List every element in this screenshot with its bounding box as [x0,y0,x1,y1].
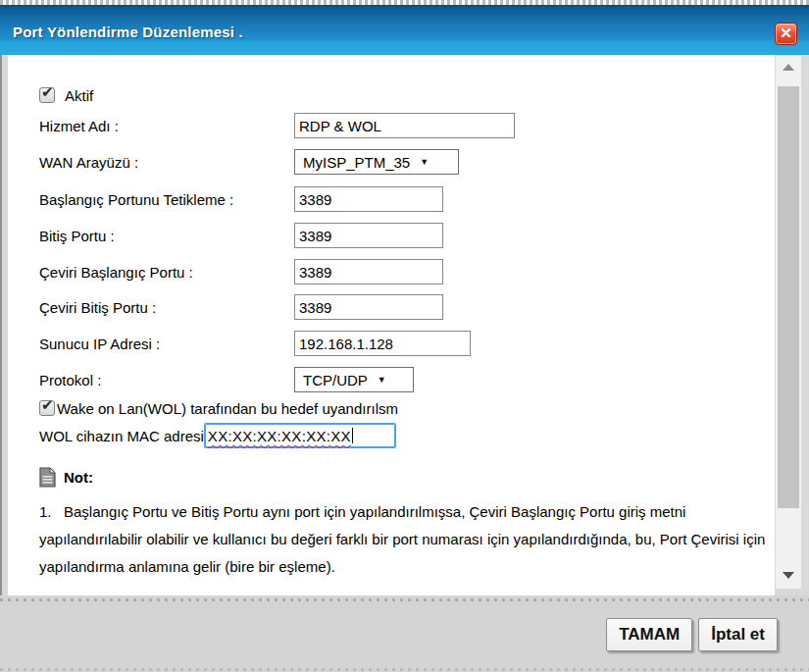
wol-mac-value: XX:XX:XX:XX:XX:XX [208,428,351,444]
note-text: 1. Başlangıç Portu ve Bitiş Portu aynı p… [39,498,773,581]
wol-mac-input[interactable]: XX:XX:XX:XX:XX:XX [204,423,396,448]
translation-end-port-input[interactable]: 3389 [294,294,443,320]
wol-mac-row: WOL cihazın MAC adresi XX:XX:XX:XX:XX:XX [39,423,396,448]
wan-interface-row: WAN Arayüzü : MyISP_PTM_35 ▼ [39,149,459,175]
scroll-down-icon[interactable] [783,572,794,579]
dialog-titlebar: Port Yönlendirme Düzenlemesi . ✕ [0,5,809,55]
close-icon[interactable]: ✕ [775,23,797,45]
trigger-start-port-row: Başlangıç Portunu Tetikleme : 3389 [39,186,443,212]
chevron-down-icon: ▼ [378,375,386,385]
aktif-label: Aktif [65,87,93,104]
server-ip-label: Sunucu IP Adresi : [39,336,294,352]
wol-checkbox-label: Wake on Lan(WOL) tarafından bu hedef uya… [57,400,398,417]
dialog-body: ✔ Aktif Hizmet Adı : RDP & WOL WAN Arayü… [0,55,809,595]
wan-interface-select[interactable]: MyISP_PTM_35 ▼ [294,149,459,175]
bottom-dotted-edge [0,668,809,671]
protocol-label: Protokol : [39,372,294,388]
protocol-value: TCP/UDP [303,372,368,388]
scrollbar[interactable] [776,56,801,589]
checkmark-icon: ✔ [41,396,54,414]
scrollbar-thumb[interactable] [778,86,799,508]
dialog-footer: TAMAM İptal et [0,601,809,668]
service-name-label: Hizmet Adı : [39,118,294,134]
translation-end-port-row: Çeviri Bitiş Portu : 3389 [39,294,443,320]
wol-checkbox[interactable]: ✔ [39,400,55,416]
service-name-row: Hizmet Adı : RDP & WOL [39,113,515,138]
scroll-content-panel: ✔ Aktif Hizmet Adı : RDP & WOL WAN Arayü… [8,55,775,595]
wan-interface-label: WAN Arayüzü : [39,154,294,171]
translation-start-port-label: Çeviri Başlangıç Portu : [39,264,294,281]
wol-checkbox-row: ✔ Wake on Lan(WOL) tarafından bu hedef u… [39,395,398,421]
note-document-icon [39,467,56,488]
aktif-checkbox[interactable]: ✔ [39,87,55,103]
cancel-button[interactable]: İptal et [698,618,778,651]
protocol-row: Protokol : TCP/UDP ▼ [39,367,414,392]
translation-start-port-input[interactable]: 3389 [294,259,443,284]
text-caret [352,428,353,443]
scroll-up-icon[interactable] [783,64,794,71]
note-heading: Not: [64,469,93,486]
aktif-row: ✔ Aktif [39,82,93,108]
trigger-start-port-label: Başlangıç Portunu Tetikleme : [39,191,294,208]
port-forwarding-edit-dialog: Port Yönlendirme Düzenlemesi . ✕ ✔ Aktif… [0,0,809,672]
dialog-title: Port Yönlendirme Düzenlemesi . [13,24,243,40]
footer-buttons: TAMAM İptal et [606,618,778,651]
translation-end-port-label: Çeviri Bitiş Portu : [39,299,294,316]
wol-mac-label: WOL cihazın MAC adresi [39,428,204,444]
trigger-start-port-input[interactable]: 3389 [294,186,443,212]
protocol-select[interactable]: TCP/UDP ▼ [294,367,414,392]
server-ip-row: Sunucu IP Adresi : 192.168.1.128 [39,331,471,356]
wan-interface-value: MyISP_PTM_35 [303,154,410,171]
end-port-label: Bitiş Portu : [39,228,294,244]
translation-start-port-row: Çeviri Başlangıç Portu : 3389 [39,259,443,284]
ok-button[interactable]: TAMAM [606,618,692,651]
service-name-input[interactable]: RDP & WOL [294,113,515,138]
end-port-input[interactable]: 3389 [294,223,443,248]
end-port-row: Bitiş Portu : 3389 [39,223,443,248]
server-ip-input[interactable]: 192.168.1.128 [294,331,471,356]
note-heading-row: Not: [39,467,93,488]
chevron-down-icon: ▼ [420,157,429,167]
checkmark-icon: ✔ [41,83,54,101]
